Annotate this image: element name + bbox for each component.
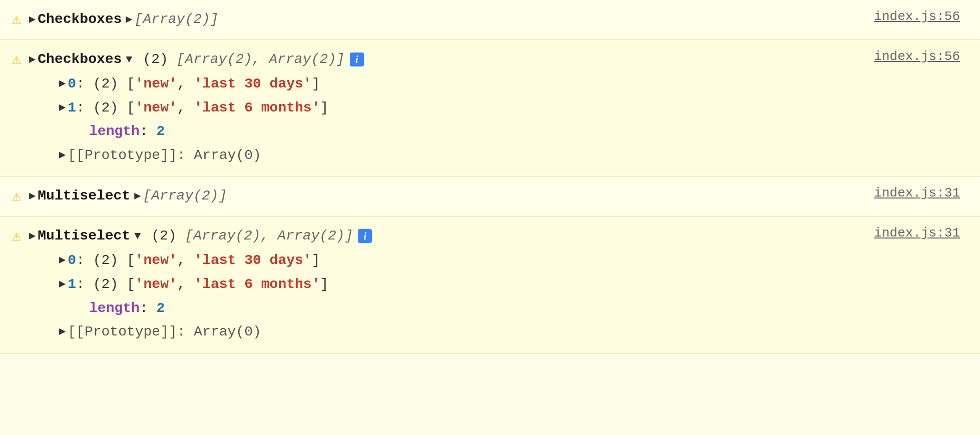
array-arrow-1[interactable]: ▶ (126, 12, 132, 28)
expand-arrow-1[interactable]: ▶ (29, 12, 36, 28)
count-2: (2) (135, 49, 177, 70)
item0-comma: , (177, 72, 194, 96)
row2-log: ▶ Checkboxes ▼ (2) [Array(2), Array(2)] … (29, 49, 854, 167)
row2-item-1: ▶ 1 : (2) [ 'new' , 'last 6 months' ] (59, 96, 854, 120)
array-label-1: [Array(2)] (135, 9, 219, 30)
file-link-3[interactable]: index.js:31 (874, 186, 960, 200)
item0-count-4: (2) (93, 248, 127, 272)
row3-content: ⚠ ▶ Multiselect ▶ [Array(2)] (12, 186, 854, 206)
summary-2: [Array(2), Array(2)] (177, 49, 345, 70)
row4-prototype: ▶ [[Prototype]]: Array(0) (59, 320, 854, 344)
proto-arrow-2[interactable]: ▶ (59, 146, 66, 164)
length-colon-2: : (140, 120, 157, 144)
item1-arrow-4[interactable]: ▶ (59, 275, 66, 294)
console-row-1: ⚠ ▶ Checkboxes ▶ [Array(2)] index.js:56 (0, 0, 980, 40)
row1-line: ▶ Checkboxes ▶ [Array(2)] (29, 9, 854, 30)
item0-index-4: 0 (68, 248, 76, 272)
file-link-1[interactable]: index.js:56 (874, 9, 960, 24)
item0-colon: : (76, 72, 93, 96)
item1-val2: 'last 6 months' (194, 96, 320, 120)
row2-content: ⚠ ▶ Checkboxes ▼ (2) [Array(2), Array(2)… (12, 49, 854, 167)
item1-val1: 'new' (135, 96, 177, 120)
item1-colon: : (76, 96, 93, 120)
row3-line: ▶ Multiselect ▶ [Array(2)] (29, 186, 854, 206)
item0-bracket-close-4: ] (312, 248, 320, 272)
expand-arrow-3[interactable]: ▶ (29, 188, 36, 204)
item0-index: 0 (68, 72, 76, 96)
info-badge-2[interactable]: i (350, 52, 364, 66)
item0-bracket-close: ] (312, 72, 320, 96)
warning-icon-1: ⚠ (12, 10, 21, 28)
item1-bracket-open-4: [ (127, 272, 135, 296)
item0-arrow[interactable]: ▶ (59, 74, 66, 93)
length-key-2: length (89, 120, 140, 144)
row2-nested: ▶ 0 : (2) [ 'new' , 'last 30 days' ] ▶ 1 (59, 72, 854, 167)
row4-log: ▶ Multiselect ▼ (2) [Array(2), Array(2)]… (29, 226, 854, 344)
item0-comma-4: , (177, 248, 194, 272)
row2-item-0: ▶ 0 : (2) [ 'new' , 'last 30 days' ] (59, 72, 854, 96)
item1-colon-4: : (76, 272, 93, 296)
info-badge-4[interactable]: i (358, 229, 372, 243)
item0-arrow-4[interactable]: ▶ (59, 251, 66, 270)
item1-val1-4: 'new' (135, 272, 177, 296)
length-val-4: 2 (157, 296, 165, 320)
item1-comma-4: , (177, 272, 194, 296)
item1-arrow[interactable]: ▶ (59, 98, 66, 117)
down-arrow-2[interactable]: ▼ (126, 52, 132, 68)
length-key-4: length (89, 296, 140, 320)
console-panel: ⚠ ▶ Checkboxes ▶ [Array(2)] index.js:56 … (0, 0, 980, 354)
item1-count-4: (2) (93, 272, 127, 296)
row3-log: ▶ Multiselect ▶ [Array(2)] (29, 186, 854, 206)
component-name-2: Checkboxes (38, 49, 122, 70)
component-name-4: Multiselect (38, 226, 130, 246)
expand-arrow-2[interactable]: ▶ (29, 52, 36, 68)
item1-index-4: 1 (68, 272, 76, 296)
warning-icon-2: ⚠ (12, 50, 21, 68)
file-link-2[interactable]: index.js:56 (874, 49, 960, 64)
item1-comma: , (177, 96, 194, 120)
console-row-3: ⚠ ▶ Multiselect ▶ [Array(2)] index.js:31 (0, 176, 980, 216)
component-name-3: Multiselect (38, 186, 130, 206)
row4-content: ⚠ ▶ Multiselect ▼ (2) [Array(2), Array(2… (12, 226, 854, 344)
row4-main-line: ▶ Multiselect ▼ (2) [Array(2), Array(2)]… (29, 226, 854, 246)
item0-bracket-open: [ (127, 72, 135, 96)
item0-val1-4: 'new' (135, 248, 177, 272)
item0-bracket-open-4: [ (127, 248, 135, 272)
row4-item-0: ▶ 0 : (2) [ 'new' , 'last 30 days' ] (59, 248, 854, 272)
count-4: (2) (143, 226, 185, 246)
row4-nested: ▶ 0 : (2) [ 'new' , 'last 30 days' ] ▶ 1 (59, 248, 854, 344)
warning-icon-4: ⚠ (12, 226, 21, 245)
item0-count: (2) (93, 72, 127, 96)
item0-val1: 'new' (135, 72, 177, 96)
warning-icon-3: ⚠ (12, 186, 21, 205)
proto-text-2: [[Prototype]]: Array(0) (68, 144, 261, 168)
length-colon-4: : (140, 296, 157, 320)
item1-bracket-open: [ (127, 96, 135, 120)
console-row-2: ⚠ ▶ Checkboxes ▼ (2) [Array(2), Array(2)… (0, 40, 980, 176)
component-name-1: Checkboxes (38, 9, 122, 30)
row1-log: ▶ Checkboxes ▶ [Array(2)] (29, 9, 854, 30)
row2-main-line: ▶ Checkboxes ▼ (2) [Array(2), Array(2)] … (29, 49, 854, 70)
file-link-4[interactable]: index.js:31 (874, 226, 960, 240)
row2-prototype: ▶ [[Prototype]]: Array(0) (59, 144, 854, 168)
down-arrow-4[interactable]: ▼ (134, 228, 141, 244)
item1-val2-4: 'last 6 months' (194, 272, 320, 296)
item0-colon-4: : (76, 248, 93, 272)
item1-count: (2) (93, 96, 127, 120)
console-row-4: ⚠ ▶ Multiselect ▼ (2) [Array(2), Array(2… (0, 216, 980, 353)
array-arrow-3[interactable]: ▶ (134, 188, 141, 204)
item1-bracket-close: ] (320, 96, 328, 120)
proto-arrow-4[interactable]: ▶ (59, 322, 66, 341)
row4-item-1: ▶ 1 : (2) [ 'new' , 'last 6 months' ] (59, 272, 854, 296)
item1-bracket-close-4: ] (320, 272, 328, 296)
item0-val2: 'last 30 days' (194, 72, 311, 96)
row1-content: ⚠ ▶ Checkboxes ▶ [Array(2)] (12, 9, 854, 30)
row2-length: length : 2 (89, 120, 854, 144)
array-label-3: [Array(2)] (143, 186, 227, 206)
item0-val2-4: 'last 30 days' (194, 248, 311, 272)
summary-4: [Array(2), Array(2)] (185, 226, 353, 246)
expand-arrow-4[interactable]: ▶ (29, 228, 36, 244)
row4-length: length : 2 (89, 296, 854, 320)
length-val-2: 2 (157, 120, 165, 144)
item1-index: 1 (68, 96, 76, 120)
